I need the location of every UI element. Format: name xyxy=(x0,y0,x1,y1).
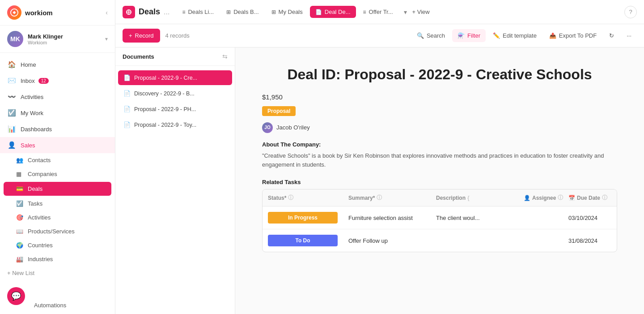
about-body: "Creative Schools" is a book by Sir Ken … xyxy=(262,151,617,170)
desc-open-icon: { xyxy=(467,195,470,201)
section-title: Deals xyxy=(139,7,160,17)
filter-button[interactable]: ⚗️ Filter xyxy=(452,29,486,42)
deal-amount: $1,950 xyxy=(262,93,617,101)
add-view-button[interactable]: + View xyxy=(409,6,433,18)
tab-offer-template[interactable]: ≡ Offer Tr... xyxy=(358,6,398,18)
assignee-info-icon: ⓘ xyxy=(558,194,563,202)
sidebar-item-products[interactable]: 📖 Products/Services xyxy=(0,224,115,238)
sidebar-item-label: Activities xyxy=(21,94,43,100)
main-content: Deals ... ≡ Deals Li... ⊞ Deals B... ⊞ M… xyxy=(115,0,644,314)
home-icon: 🏠 xyxy=(7,60,16,69)
filter-label: Filter xyxy=(467,32,480,39)
more-options-button[interactable]: ··· xyxy=(621,29,637,42)
inbox-badge: 12 xyxy=(38,78,49,84)
doc-item-1[interactable]: 📄 Proposal - 2022-9 - Cre... xyxy=(118,70,232,85)
assignee-header-label: Assignee xyxy=(532,195,556,201)
sidebar-collapse-icon[interactable]: ‹ xyxy=(106,9,108,16)
doc-item-3[interactable]: 📄 Proposal - 2022-9 - PH... xyxy=(118,102,232,116)
record-button[interactable]: + Record xyxy=(123,29,160,43)
sidebar-item-my-work[interactable]: ☑️ My Work xyxy=(0,105,115,121)
user-section: MK Mark Klinger Workiom ▾ xyxy=(0,26,115,53)
sidebar-item-countries[interactable]: 🌍 Countries xyxy=(0,238,115,252)
description-header-label: Description xyxy=(436,195,466,201)
activities-icon: 〰️ xyxy=(7,93,16,101)
documents-header: Documents ⇆ xyxy=(115,47,235,66)
user-org: Workiom xyxy=(28,40,63,45)
sidebar-item-activities-sub[interactable]: 🎯 Activities xyxy=(0,211,115,224)
deal-badge: Proposal xyxy=(262,106,296,116)
doc-file-icon: 📄 xyxy=(123,121,131,128)
record-label: Record xyxy=(135,32,154,39)
chat-bubble-button[interactable]: 💬 xyxy=(7,287,25,305)
my-work-icon: ☑️ xyxy=(7,109,16,117)
doc-file-icon: 📄 xyxy=(123,74,131,81)
sidebar-item-dashboards[interactable]: 📊 Dashboards xyxy=(0,121,115,137)
col-due-date: 📅 Due Date ⓘ xyxy=(563,189,617,206)
tab-label: Deal De... xyxy=(325,9,351,15)
edit-template-label: Edit template xyxy=(503,32,537,39)
col-status: Status* ⓘ xyxy=(263,189,343,206)
status-info-icon: ⓘ xyxy=(288,194,293,202)
content-area: Documents ⇆ 📄 Proposal - 2022-9 - Cre...… xyxy=(115,47,644,314)
tab-deal-detail[interactable]: 📄 Deal De... xyxy=(310,6,356,18)
refresh-button[interactable]: ↻ xyxy=(604,29,619,42)
tab-label: My Deals xyxy=(279,9,303,15)
tab-deals-board[interactable]: ⊞ Deals B... xyxy=(221,6,264,18)
logo-icon xyxy=(7,5,21,20)
tab-label: Deals Li... xyxy=(188,9,214,15)
summary-header-label: Summary* xyxy=(348,195,375,201)
sidebar-item-sales[interactable]: 👤 Sales xyxy=(0,137,115,153)
sidebar-item-contacts[interactable]: 👥 Contacts xyxy=(0,153,115,167)
sidebar-sub-label: Products/Services xyxy=(28,228,75,235)
sidebar-item-home[interactable]: 🏠 Home xyxy=(0,56,115,73)
tasks-table: Status* ⓘ Summary* ⓘ Description { 👤 Ass… xyxy=(262,189,617,252)
doc-item-label: Discovery - 2022-9 - B... xyxy=(134,90,195,97)
doc-item-2[interactable]: 📄 Discovery - 2022-9 - B... xyxy=(118,86,232,101)
due-date-icon: 📅 xyxy=(568,195,575,201)
table-row: To Do Offer Follow up 31/08/2024 xyxy=(263,229,617,252)
doc-file-icon: 📄 xyxy=(123,90,131,97)
task-status-cell: In Progress xyxy=(263,206,343,229)
sidebar-item-label: Inbox xyxy=(21,77,35,84)
status-badge-inprogress: In Progress xyxy=(268,212,338,224)
search-label: Search xyxy=(427,32,445,39)
sidebar-sub-label: Tasks xyxy=(28,200,42,207)
tab-my-deals[interactable]: ⊞ My Deals xyxy=(266,6,308,18)
records-count: 4 records xyxy=(165,32,411,39)
tabs-dropdown-icon[interactable]: ▾ xyxy=(404,9,407,16)
sidebar-item-label: Dashboards xyxy=(21,126,52,133)
edit-template-button[interactable]: ✏️ Edit template xyxy=(487,29,542,42)
section-dots-menu[interactable]: ... xyxy=(164,8,169,16)
task-description-cell xyxy=(431,235,518,246)
sidebar-item-industries[interactable]: 🏭 Industries xyxy=(0,252,115,266)
assignee-header-icon: 👤 xyxy=(524,195,530,201)
view-tabs: ≡ Deals Li... ⊞ Deals B... ⊞ My Deals 📄 … xyxy=(177,6,624,18)
tab-deals-list[interactable]: ≡ Deals Li... xyxy=(177,6,219,18)
sales-icon: 👤 xyxy=(7,141,16,149)
doc-item-4[interactable]: 📄 Proposal - 2022-9 - Toy... xyxy=(118,117,232,132)
automations-link[interactable]: Automations xyxy=(27,300,73,310)
doc-file-icon: 📄 xyxy=(123,106,131,112)
top-nav: Deals ... ≡ Deals Li... ⊞ Deals B... ⊞ M… xyxy=(115,0,644,24)
toolbar: + Record 4 records 🔍 Search ⚗️ Filter ✏️… xyxy=(115,24,644,47)
activities-sub-icon: 🎯 xyxy=(16,214,24,221)
sidebar-item-deals[interactable]: 💳 Deals xyxy=(4,182,111,196)
sidebar-item-companies[interactable]: ▦ Companies xyxy=(0,167,115,181)
doc-item-label: Proposal - 2022-9 - Cre... xyxy=(134,75,197,81)
help-icon[interactable]: ? xyxy=(624,6,637,18)
table-row: In Progress Furniture selection assist T… xyxy=(263,206,617,229)
new-list-button[interactable]: + New List xyxy=(0,266,115,280)
sidebar-item-inbox[interactable]: ✉️ Inbox 12 xyxy=(0,73,115,89)
documents-collapse-icon[interactable]: ⇆ xyxy=(222,53,228,60)
search-icon: 🔍 xyxy=(417,32,424,39)
sidebar-item-activities[interactable]: 〰️ Activities xyxy=(0,89,115,105)
tab-label: Offer Tr... xyxy=(369,9,393,15)
status-header-label: Status* xyxy=(268,195,286,201)
sidebar-item-tasks[interactable]: ☑️ Tasks xyxy=(0,197,115,211)
companies-icon: ▦ xyxy=(16,171,24,177)
export-button[interactable]: 📤 Export To PDF xyxy=(544,29,602,42)
user-chevron-icon[interactable]: ▾ xyxy=(105,36,108,42)
refresh-icon: ↻ xyxy=(609,32,614,39)
search-button[interactable]: 🔍 Search xyxy=(411,29,450,42)
detail-panel: Deal ID: Proposal - 2022-9 - Creative Sc… xyxy=(235,47,644,314)
